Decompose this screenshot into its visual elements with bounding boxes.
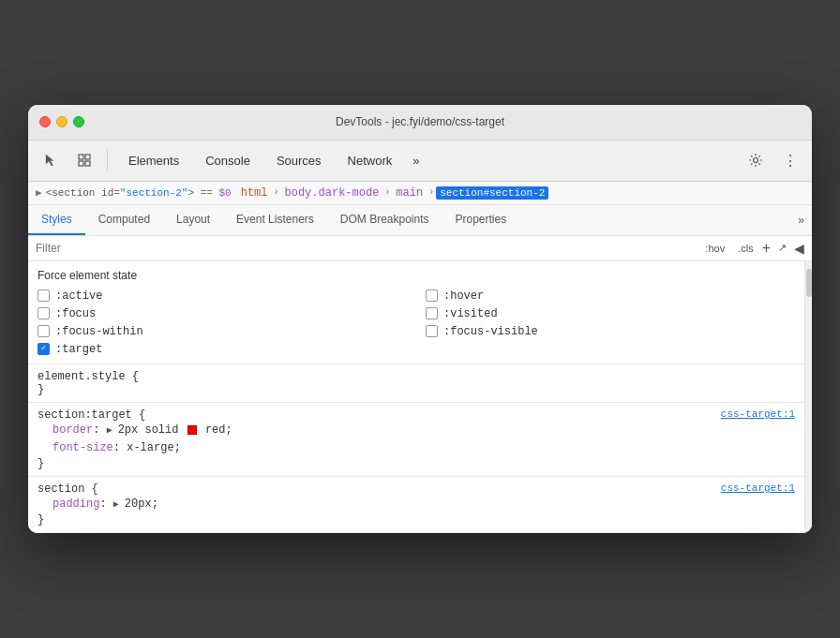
cursor-tool-button[interactable] [36, 145, 66, 175]
styles-content: Force element state :active :foc [28, 261, 804, 534]
breadcrumb-bar: ▶ <section id="section-2"> == $0 html › … [28, 182, 812, 205]
toolbar-right: ⋮ [741, 145, 804, 175]
focus-visible-label: :focus-visible [443, 325, 538, 338]
padding-triangle[interactable]: ▶ [113, 499, 125, 510]
breadcrumb-sep-3: › [428, 187, 434, 198]
padding-value: 20px; [125, 497, 158, 511]
breadcrumb-section[interactable]: section#section-2 [436, 186, 548, 200]
breadcrumb-html[interactable]: html [237, 185, 272, 200]
section-target-selector: section:target { [38, 408, 145, 422]
inspect-tool-button[interactable] [69, 145, 99, 175]
section-target-close: } [38, 457, 795, 470]
scrollbar-track[interactable] [804, 261, 812, 534]
focus-visible-checkbox[interactable] [426, 325, 438, 337]
tab-network[interactable]: Network [335, 148, 406, 173]
section-source[interactable]: css-target:1 [721, 482, 795, 494]
tab-event-listeners[interactable]: Event Listeners [223, 205, 327, 235]
hov-button[interactable]: :hov [700, 240, 729, 257]
tab-elements[interactable]: Elements [115, 148, 192, 173]
breadcrumb-main[interactable]: main [392, 185, 427, 200]
section-target-header: section:target { css-target:1 [38, 408, 795, 422]
visited-checkbox[interactable] [426, 307, 438, 319]
force-state-section: Force element state :active :foc [28, 261, 804, 364]
force-state-title: Force element state [38, 269, 795, 282]
target-checkbox[interactable] [38, 343, 50, 355]
border-triangle[interactable]: ▶ [107, 425, 118, 436]
filter-input[interactable] [36, 242, 697, 255]
font-size-prop-line: font-size: x-large; [38, 439, 795, 457]
styles-tabs-bar: Styles Computed Layout Event Listeners D… [28, 205, 812, 236]
element-style-rule: element.style { } [28, 364, 804, 403]
breadcrumb-tag-text: <section id="section-2"> == $0 [46, 187, 232, 199]
padding-prop-line: padding: ▶ 20px; [38, 496, 795, 513]
main-toolbar: Elements Console Sources Network » ⋮ [28, 141, 812, 182]
border-value-partial: 2px solid [118, 423, 186, 437]
inspect-icon [77, 153, 92, 168]
state-focus: :focus [38, 307, 407, 320]
breadcrumb-sep-2: › [384, 187, 390, 198]
breadcrumb-body[interactable]: body.dark-mode [281, 185, 383, 200]
maximize-button[interactable] [73, 116, 84, 127]
toolbar-divider [107, 149, 108, 171]
tab-console[interactable]: Console [192, 148, 263, 173]
state-focus-within: :focus-within [38, 325, 407, 338]
border-prop-line: border: ▶ 2px solid red; [38, 422, 795, 439]
tab-dom-breakpoints[interactable]: DOM Breakpoints [327, 205, 442, 235]
sidebar-toggle-button[interactable]: ◀ [794, 241, 804, 256]
titlebar: DevTools - jec.fyi/demo/css-target [28, 105, 812, 141]
cls-button[interactable]: .cls [733, 240, 758, 257]
red-color-swatch[interactable] [188, 425, 197, 435]
element-style-close: } [38, 383, 795, 396]
styles-tab-more[interactable]: » [790, 206, 812, 234]
svg-rect-0 [79, 155, 83, 159]
section-target-source[interactable]: css-target:1 [721, 408, 795, 420]
minimize-button[interactable] [56, 116, 68, 127]
add-rule-button[interactable]: + [762, 241, 771, 256]
border-colon: : [93, 423, 99, 437]
svg-point-4 [754, 158, 758, 163]
element-style-selector: element.style { [38, 370, 139, 383]
section-target-rule: section:target { css-target:1 border: ▶ … [28, 403, 804, 477]
hover-checkbox[interactable] [426, 289, 438, 302]
tab-computed[interactable]: Computed [85, 205, 163, 235]
padding-prop-name: padding [52, 497, 99, 511]
focus-checkbox[interactable] [38, 307, 50, 319]
state-active: :active [38, 289, 407, 303]
close-button[interactable] [39, 116, 51, 127]
focus-within-checkbox[interactable] [38, 325, 50, 337]
section-selector: section { [38, 482, 98, 496]
tab-layout[interactable]: Layout [163, 205, 223, 235]
more-options-button[interactable]: ⋮ [774, 145, 804, 175]
section-close: } [38, 513, 795, 527]
scrollbar-thumb[interactable] [806, 269, 812, 297]
breadcrumb-arrow: ▶ [36, 186, 42, 199]
tab-properties[interactable]: Properties [442, 205, 520, 235]
main-area: Force element state :active :foc [28, 261, 812, 534]
state-visited: :visited [426, 307, 795, 320]
svg-rect-2 [79, 161, 83, 166]
target-label: :target [55, 343, 102, 356]
state-hover: :hover [426, 289, 795, 303]
font-size-value: x-large; [127, 441, 181, 454]
force-state-grid: :active :focus :focus-within [38, 289, 795, 356]
window-title: DevTools - jec.fyi/demo/css-target [336, 115, 504, 128]
svg-rect-3 [85, 161, 90, 166]
section-rule: section { css-target:1 padding: ▶ 20px; … [28, 477, 804, 533]
element-style-header: element.style { [38, 370, 795, 383]
focus-label: :focus [55, 307, 96, 320]
hover-label: :hover [443, 289, 484, 303]
traffic-lights [39, 116, 84, 127]
expand-icon[interactable]: ↗ [774, 240, 790, 256]
cursor-icon [43, 153, 58, 168]
filter-bar: :hov .cls + ↗ ◀ [28, 236, 812, 261]
toolbar-more-tabs[interactable]: » [405, 148, 427, 173]
svg-rect-1 [85, 155, 90, 159]
settings-button[interactable] [741, 145, 771, 175]
visited-label: :visited [443, 307, 498, 320]
tab-sources[interactable]: Sources [263, 148, 335, 173]
padding-colon: : [99, 497, 112, 511]
focus-within-label: :focus-within [55, 325, 143, 338]
active-checkbox[interactable] [38, 289, 50, 302]
section-header: section { css-target:1 [38, 482, 795, 496]
tab-styles[interactable]: Styles [28, 205, 85, 235]
